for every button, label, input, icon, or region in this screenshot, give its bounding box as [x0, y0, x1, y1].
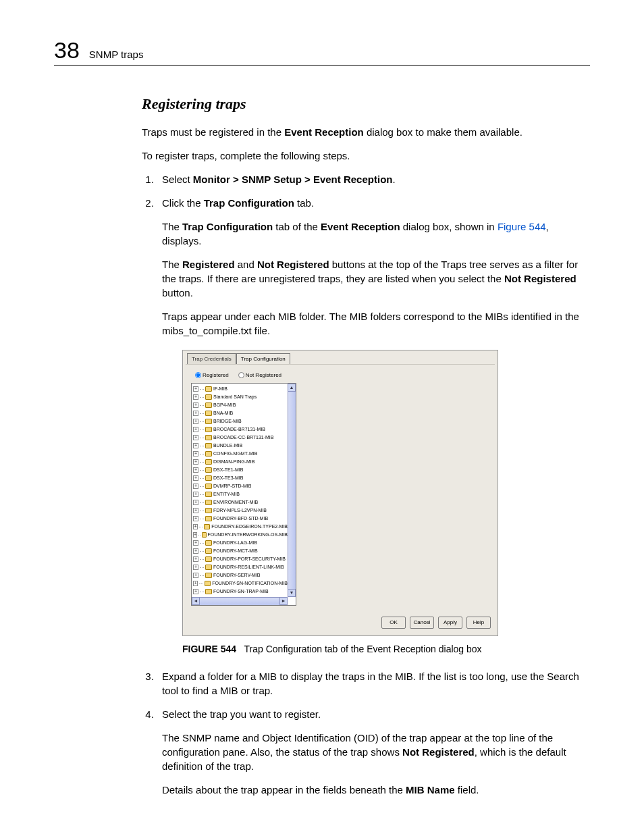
- intro-paragraph: Traps must be registered in the Event Re…: [142, 125, 590, 139]
- vertical-scrollbar[interactable]: ▲ ▼: [288, 384, 296, 597]
- expand-icon[interactable]: +: [193, 500, 198, 505]
- figure-link[interactable]: Figure 544: [498, 221, 546, 232]
- tree-item[interactable]: +ENVIRONMENT-MIB: [193, 498, 288, 506]
- tree-item[interactable]: +FOUNDRY-EDGEIRON-TYPE2-MIB: [193, 523, 288, 531]
- ok-button[interactable]: OK: [381, 617, 406, 628]
- apply-button[interactable]: Apply: [438, 617, 462, 628]
- expand-icon[interactable]: +: [193, 484, 198, 489]
- section-title: Registering traps: [142, 95, 590, 113]
- expand-icon[interactable]: +: [193, 581, 198, 586]
- expand-icon[interactable]: +: [193, 427, 198, 432]
- tree-item[interactable]: +DSX-TE1-MIB: [193, 466, 288, 474]
- scroll-down-icon[interactable]: ▼: [288, 589, 296, 597]
- tree-item[interactable]: +BROCADE-BR7131-MIB: [193, 425, 288, 434]
- tree-item-label: BNA-MIB: [213, 409, 233, 417]
- expand-icon[interactable]: +: [193, 508, 198, 513]
- tree-connector: [200, 421, 204, 422]
- expand-icon[interactable]: +: [193, 386, 198, 392]
- expand-icon[interactable]: +: [193, 540, 198, 546]
- tree-item[interactable]: +BUNDLE-MIB: [193, 442, 288, 450]
- expand-icon[interactable]: +: [193, 459, 198, 465]
- tree-connector: [200, 551, 204, 552]
- tree-item[interactable]: +IF-MIB: [193, 385, 288, 393]
- tree-item[interactable]: +BRIDGE-MIB: [193, 417, 288, 425]
- tree-item[interactable]: +Standard SAN Traps: [193, 393, 288, 401]
- figure-caption-text: Trap Configuration tab of the Event Rece…: [244, 644, 482, 654]
- expand-icon[interactable]: +: [193, 548, 198, 554]
- tree-item-label: ENTITY-MIB: [213, 490, 240, 498]
- text: dialog box, shown in: [400, 221, 498, 232]
- tree-item[interactable]: +BGP4-MIB: [193, 401, 288, 409]
- folder-icon: [205, 427, 212, 432]
- tree-item[interactable]: +FOUNDRY-SERV-MIB: [193, 571, 288, 579]
- tree-item-label: FOUNDRY-SN-NOTIFICATION-MIB: [212, 579, 288, 588]
- text-bold: Event Reception: [321, 221, 400, 232]
- tree-item-label: ENVIRONMENT-MIB: [213, 498, 258, 506]
- scroll-up-icon[interactable]: ▲: [288, 384, 296, 392]
- expand-icon[interactable]: +: [193, 565, 198, 570]
- tree-item[interactable]: +FOUNDRY-SN-NOTIFICATION-MIB: [193, 579, 288, 588]
- folder-icon: [205, 443, 212, 448]
- tree-item[interactable]: +BROCADE-CC-BR7131-MIB: [193, 434, 288, 442]
- expand-icon[interactable]: +: [193, 573, 198, 578]
- expand-icon[interactable]: +: [193, 605, 198, 606]
- tab-trap-configuration[interactable]: Trap Configuration: [236, 353, 290, 364]
- expand-icon[interactable]: +: [193, 443, 198, 448]
- expand-icon[interactable]: +: [193, 475, 198, 481]
- tree-item[interactable]: +DISMAN-PING-MIB: [193, 458, 288, 466]
- tree-item[interactable]: +FOUNDRY-LAG-MIB: [193, 539, 288, 547]
- expand-icon[interactable]: +: [193, 532, 197, 538]
- tree-item[interactable]: +FOUNDRY-RESILIENT-LINK-MIB: [193, 563, 288, 571]
- expand-icon[interactable]: +: [193, 467, 198, 473]
- expand-icon[interactable]: +: [193, 524, 198, 529]
- text: .: [392, 174, 395, 185]
- step-2-sub-2: The Registered and Not Registered button…: [162, 257, 590, 300]
- expand-icon[interactable]: +: [193, 516, 198, 521]
- text: and: [235, 259, 257, 270]
- radio-registered-input[interactable]: [195, 372, 201, 378]
- tree-item-label: FOUNDRY-INTERWORKING-OS-MIB: [208, 531, 288, 539]
- help-button[interactable]: Help: [466, 617, 491, 628]
- text-bold: Not Registered: [504, 273, 576, 284]
- scroll-left-icon[interactable]: ◄: [192, 597, 200, 605]
- radio-not-registered[interactable]: Not Registered: [238, 371, 281, 379]
- tree-item[interactable]: +FDRY-MPLS-L2VPN-MIB: [193, 506, 288, 515]
- mib-tree[interactable]: +IF-MIB+Standard SAN Traps+BGP4-MIB+BNA-…: [191, 383, 296, 606]
- tree-item-label: BGP4-MIB: [213, 401, 236, 409]
- tree-connector: [198, 535, 200, 536]
- tree-item[interactable]: +BNA-MIB: [193, 409, 288, 417]
- tree-item[interactable]: +FOUNDRY-PORT-SECURITY-MIB: [193, 555, 288, 563]
- figure-caption: FIGURE 544 Trap Configuration tab of the…: [182, 643, 590, 656]
- tree-item-label: FOUNDRY-PORT-SECURITY-MIB: [213, 555, 286, 563]
- cancel-button[interactable]: Cancel: [410, 617, 434, 628]
- step-1: Select Monitor > SNMP Setup > Event Rece…: [157, 172, 590, 186]
- tree-item[interactable]: +FOUNDRY-SN-TRAP-MIB: [193, 588, 288, 596]
- expand-icon[interactable]: +: [193, 435, 198, 440]
- radio-not-registered-input[interactable]: [238, 372, 244, 378]
- tree-connector: [200, 438, 204, 438]
- tab-trap-credentials[interactable]: Trap Credentials: [187, 353, 236, 364]
- expand-icon[interactable]: +: [193, 556, 198, 562]
- expand-icon[interactable]: +: [193, 411, 198, 416]
- horizontal-scrollbar[interactable]: ◄ ►: [192, 597, 288, 605]
- tree-item[interactable]: +ENTITY-MIB: [193, 490, 288, 498]
- scroll-right-icon[interactable]: ►: [279, 597, 288, 605]
- tree-item[interactable]: +CONFIG-MGMT-MIB: [193, 450, 288, 458]
- text: Select the trap you want to register.: [162, 708, 321, 720]
- text-bold: Trap Configuration: [182, 221, 273, 232]
- folder-icon: [205, 556, 212, 562]
- expand-icon[interactable]: +: [193, 394, 198, 400]
- text: Traps must be registered in the: [142, 126, 284, 138]
- tree-item[interactable]: +DSX-TE3-MIB: [193, 474, 288, 482]
- tree-item[interactable]: +FOUNDRY-MCT-MIB: [193, 547, 288, 555]
- expand-icon[interactable]: +: [193, 402, 198, 408]
- tree-item[interactable]: +FOUNDRY-BFD-STD-MIB: [193, 515, 288, 523]
- expand-icon[interactable]: +: [193, 589, 198, 594]
- expand-icon[interactable]: +: [193, 419, 198, 424]
- expand-icon[interactable]: +: [193, 451, 198, 457]
- tree-connector: [200, 405, 204, 406]
- expand-icon[interactable]: +: [193, 492, 198, 497]
- tree-item[interactable]: +FOUNDRY-INTERWORKING-OS-MIB: [193, 531, 288, 539]
- tree-item[interactable]: +DVMRP-STD-MIB: [193, 482, 288, 490]
- radio-registered[interactable]: Registered: [195, 371, 229, 379]
